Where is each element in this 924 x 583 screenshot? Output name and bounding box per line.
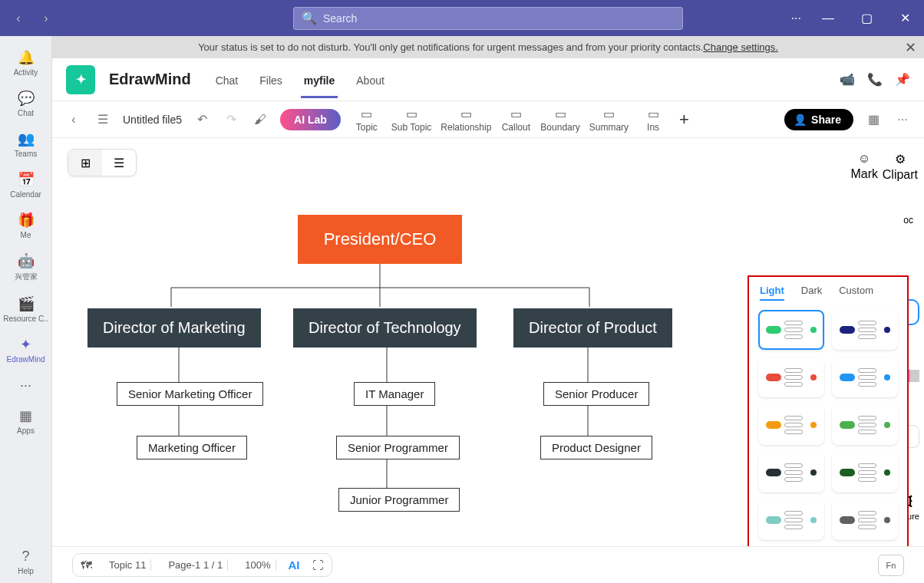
- sidebar-help[interactable]: ?Help: [3, 542, 49, 583]
- org-leaf[interactable]: Junior Programmer: [338, 488, 460, 512]
- theme-thumb[interactable]: [758, 310, 824, 350]
- oc-label: oc: [903, 215, 913, 226]
- tab-about[interactable]: About: [353, 61, 388, 98]
- theme-panel: LightDarkCustom: [747, 275, 909, 546]
- org-root[interactable]: President/CEO: [298, 215, 462, 264]
- theme-tab-light[interactable]: Light: [760, 285, 784, 301]
- sidebar-item-teams[interactable]: 👥Teams: [3, 125, 49, 166]
- status-zoom: 100%: [240, 559, 276, 571]
- org-leaf[interactable]: Senior Producer: [543, 382, 649, 406]
- view-outline-icon[interactable]: ☰: [102, 150, 136, 176]
- theme-thumb[interactable]: [832, 405, 898, 445]
- app-logo: ✦: [66, 65, 95, 94]
- fullscreen-icon[interactable]: ⛶: [312, 558, 324, 571]
- sidebar-item-me[interactable]: 🎁Me: [3, 206, 49, 247]
- tab-files[interactable]: Files: [256, 61, 285, 98]
- brush-icon[interactable]: 🖌: [251, 110, 269, 129]
- left-sidebar: 🔔Activity💬Chat👥Teams📅Calendar🎁Me🤖兴管家🎬Res…: [0, 36, 52, 583]
- sidebar-icon: 👥: [17, 130, 35, 148]
- theme-thumb[interactable]: [832, 357, 898, 397]
- sidebar-icon: ✦: [17, 335, 35, 354]
- more-icon[interactable]: ···: [791, 12, 801, 25]
- sidebar-item-calendar[interactable]: 📅Calendar: [3, 166, 49, 206]
- org-l2-1[interactable]: Director of Technology: [293, 308, 477, 347]
- theme-thumb[interactable]: [832, 500, 898, 540]
- sidebar-item-activity[interactable]: 🔔Activity: [3, 44, 49, 84]
- sidebar-icon: 🎁: [17, 211, 35, 229]
- nav-back[interactable]: ‹: [8, 8, 29, 29]
- sidebar-icon: 💬: [17, 89, 35, 107]
- back-icon[interactable]: ‹: [64, 110, 83, 129]
- tb-topic[interactable]: ▭Topic: [351, 107, 382, 133]
- search-box[interactable]: 🔍: [293, 7, 683, 30]
- theme-thumb[interactable]: [758, 500, 824, 540]
- org-l2-0[interactable]: Director of Marketing: [87, 308, 261, 347]
- notice-text: Your status is set to do not disturb. Yo…: [198, 41, 703, 53]
- theme-thumb[interactable]: [758, 453, 824, 492]
- filename: Untitled file5: [123, 114, 182, 126]
- org-leaf[interactable]: Senior Programmer: [336, 436, 460, 459]
- tb-summary[interactable]: ▭Summary: [589, 107, 629, 133]
- theme-tab-custom[interactable]: Custom: [839, 285, 873, 301]
- status-bar: 🗺 Topic 11 Page-1 1 / 1 100% AI ⛶ Fn: [52, 546, 924, 583]
- search-icon: 🔍: [302, 11, 317, 25]
- ellipsis-icon[interactable]: ···: [893, 110, 912, 129]
- tb-boundary[interactable]: ▭Boundary: [540, 107, 579, 133]
- org-leaf[interactable]: Marketing Officer: [137, 436, 247, 459]
- fn-button[interactable]: Fn: [878, 555, 904, 576]
- notice-link[interactable]: Change settings.: [703, 41, 778, 53]
- tab-myfile[interactable]: myfile: [301, 61, 338, 98]
- add-icon[interactable]: +: [679, 110, 689, 130]
- sidebar-item-resource c..[interactable]: 🎬Resource C..: [3, 290, 49, 331]
- mark-button[interactable]: ☺Mark: [850, 152, 878, 181]
- view-mindmap-icon[interactable]: ⊞: [68, 150, 102, 176]
- status-topic: Topic 11: [104, 559, 151, 571]
- org-leaf[interactable]: Senior Marketing Officer: [117, 382, 263, 406]
- sidebar-item-chat[interactable]: 💬Chat: [3, 84, 49, 125]
- tb-callout[interactable]: ▭Callout: [500, 107, 531, 133]
- org-l2-2[interactable]: Director of Product: [513, 308, 672, 347]
- tb-sub-topic[interactable]: ▭Sub Topic: [391, 107, 431, 133]
- ai-lab-button[interactable]: AI Lab: [280, 109, 341, 130]
- undo-icon[interactable]: ↶: [193, 110, 211, 129]
- camera-icon[interactable]: 📹: [840, 72, 855, 87]
- menu-icon[interactable]: ☰: [94, 110, 112, 129]
- nav-forward[interactable]: ›: [35, 8, 57, 29]
- org-leaf[interactable]: Product Designer: [540, 436, 652, 459]
- close-button[interactable]: ✕: [893, 7, 916, 30]
- theme-thumb[interactable]: [758, 405, 824, 445]
- notice-close-icon[interactable]: ✕: [905, 39, 916, 56]
- call-icon[interactable]: 📞: [867, 72, 883, 87]
- redo-icon[interactable]: ↷: [222, 110, 240, 129]
- title-bar: ‹ › 🔍 ··· — ▢ ✕: [0, 0, 924, 36]
- map-icon[interactable]: 🗺: [81, 558, 92, 571]
- tab-chat[interactable]: Chat: [213, 61, 242, 98]
- sidebar-icon: 📅: [17, 170, 35, 189]
- clipart-button[interactable]: ⚙Clipart: [883, 152, 918, 182]
- search-input[interactable]: [323, 12, 675, 25]
- sidebar-more[interactable]: ···: [3, 371, 49, 402]
- status-page: Page-1 1 / 1: [163, 559, 228, 571]
- sidebar-apps[interactable]: ▦Apps: [3, 402, 49, 443]
- theme-thumb[interactable]: [832, 310, 898, 350]
- grid-icon[interactable]: ▦: [864, 110, 883, 129]
- sidebar-item-兴管家[interactable]: 🤖兴管家: [3, 247, 49, 290]
- theme-thumb[interactable]: [758, 357, 824, 397]
- toolbar: ‹ ☰ Untitled file5 ↶ ↷ 🖌 AI Lab ▭Topic▭S…: [52, 101, 924, 138]
- theme-tab-dark[interactable]: Dark: [801, 285, 822, 301]
- sidebar-icon: 🔔: [17, 48, 35, 67]
- minimize-button[interactable]: —: [817, 7, 840, 30]
- share-button[interactable]: 👤Share: [784, 109, 853, 130]
- ai-icon[interactable]: AI: [289, 558, 300, 571]
- canvas[interactable]: ⊞ ☰ President/CEO Director of Marketing …: [52, 138, 924, 546]
- pin-icon[interactable]: 📌: [895, 72, 910, 87]
- theme-thumb[interactable]: [832, 453, 898, 492]
- org-leaf[interactable]: IT Manager: [354, 382, 435, 406]
- app-header: ✦ EdrawMind ChatFilesmyfileAbout 📹 📞 📌: [52, 58, 924, 101]
- tb-ins[interactable]: ▭Ins: [638, 107, 668, 133]
- tb-relationship[interactable]: ▭Relationship: [441, 107, 491, 133]
- notice-bar: Your status is set to do not disturb. Yo…: [52, 36, 924, 58]
- sidebar-item-edrawmind[interactable]: ✦EdrawMind: [3, 331, 49, 371]
- maximize-button[interactable]: ▢: [855, 7, 878, 30]
- view-toggle[interactable]: ⊞ ☰: [68, 149, 137, 176]
